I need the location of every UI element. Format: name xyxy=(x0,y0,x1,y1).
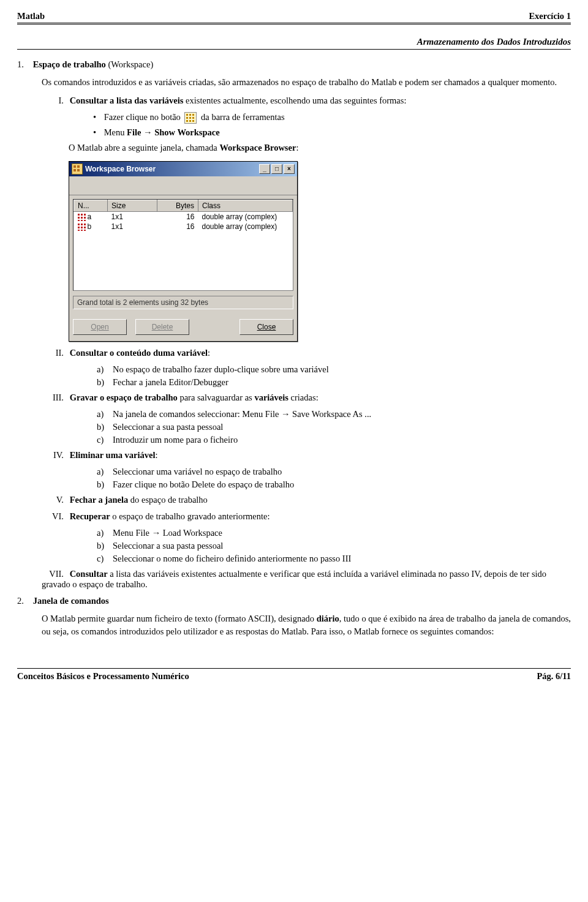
window-close-button[interactable]: × xyxy=(284,164,295,174)
workspace-app-icon xyxy=(72,163,83,175)
close-button[interactable]: Close xyxy=(239,319,293,335)
header-left: Matlab xyxy=(17,11,45,21)
item-III-b: b)Seleccionar a sua pasta pessoal xyxy=(97,422,571,432)
workspace-status: Grand total is 2 elements using 32 bytes xyxy=(73,296,293,309)
item-II-b: b)Fechar a janela Editor/Debugger xyxy=(97,377,571,388)
item-I-b2-arrow: → xyxy=(141,127,154,137)
item-I-b1-pre: Fazer clique no botão xyxy=(104,112,183,122)
item-VI-c: c)Seleccionar o nome do ficheiro definid… xyxy=(97,554,571,564)
item-III-title: Gravar o espaço de trabalho xyxy=(70,393,178,402)
item-IV: IV. Eliminar uma variável: xyxy=(42,450,571,460)
section-2-heading: 2. Janela de comandos xyxy=(17,596,571,606)
item-V: V. Fechar a janela do espaço de trabalho xyxy=(42,495,571,505)
header-right: Exercício 1 xyxy=(529,11,571,21)
section-1-heading: 1. Espaço de trabalho (Workspace) xyxy=(17,59,571,70)
workspace-toolbar xyxy=(69,176,297,195)
footer-right: Pág. 6/11 xyxy=(537,671,571,682)
item-III-num: III. xyxy=(42,393,64,403)
item-I-rest: existentes actualmente, escolhendo uma d… xyxy=(183,96,406,105)
page-header: Matlab Exercício 1 xyxy=(17,11,571,23)
subtitle-rule xyxy=(17,49,571,50)
open-button[interactable]: Open xyxy=(73,319,127,335)
item-I: I. Consultar a lista das variáveis exist… xyxy=(42,96,571,106)
variable-icon xyxy=(78,224,86,231)
workspace-toolbar-icon xyxy=(184,112,197,124)
section-2-para: O Matlab permite guardar num ficheiro de… xyxy=(42,612,571,639)
item-III-a: a)Na janela de comandos seleccionar: Men… xyxy=(97,409,571,419)
cell-class: double array (complex) xyxy=(198,211,293,222)
item-VII-title: Consultar xyxy=(70,569,108,579)
variable-icon xyxy=(78,214,86,221)
item-I-title: Consultar a lista das variáveis xyxy=(70,96,184,105)
item-VI-a: a)Menu File → Load Workspace xyxy=(97,528,571,538)
workspace-table[interactable]: N... Size Bytes Class a 1x1 16 double ar… xyxy=(73,199,293,291)
page-subtitle: Armazenamento dos Dados Introduzidos xyxy=(17,37,571,47)
cell-bytes: 16 xyxy=(157,222,198,231)
item-I-after-pre: O Matlab abre a seguinte janela, chamada xyxy=(69,143,219,152)
cell-bytes: 16 xyxy=(157,211,198,222)
section-2-num: 2. xyxy=(17,596,31,606)
col-bytes[interactable]: Bytes xyxy=(157,200,198,211)
item-IV-b: b)Fazer clique no botão Delete do espaço… xyxy=(97,479,571,490)
footer-left: Conceitos Básicos e Processamento Numéri… xyxy=(17,671,189,682)
section-2-title: Janela de comandos xyxy=(33,596,109,606)
page-footer: Conceitos Básicos e Processamento Numéri… xyxy=(17,671,571,682)
cell-size: 1x1 xyxy=(108,222,157,231)
section-1-num: 1. xyxy=(17,59,31,70)
item-I-b1-post: da barra de ferramentas xyxy=(201,112,284,122)
item-VI-title: Recuperar xyxy=(70,511,110,521)
col-name[interactable]: N... xyxy=(74,200,108,211)
item-I-b2-pre: Menu xyxy=(104,127,127,137)
item-II: II. Consultar o conteúdo duma variável: xyxy=(42,348,571,358)
item-I-after-post: : xyxy=(296,143,298,152)
item-IV-a: a)Seleccionar uma variável no espaço de … xyxy=(97,467,571,477)
item-VI: VI. Recuperar o espaço de trabalho grava… xyxy=(42,511,571,522)
cell-name: a xyxy=(88,212,92,221)
item-I-after: O Matlab abre a seguinte janela, chamada… xyxy=(69,141,571,155)
table-header-row: N... Size Bytes Class xyxy=(74,200,293,211)
item-I-b2-show: Show Workspace xyxy=(154,127,220,137)
item-VI-num: VI. xyxy=(42,511,64,522)
cell-class: double array (complex) xyxy=(198,222,293,231)
item-II-title: Consultar o conteúdo duma variável xyxy=(70,348,208,358)
header-rule xyxy=(17,23,571,24)
item-II-num: II. xyxy=(42,348,64,358)
item-III: III. Gravar o espaço de trabalho para sa… xyxy=(42,393,571,403)
cell-size: 1x1 xyxy=(108,211,157,222)
table-row[interactable]: b 1x1 16 double array (complex) xyxy=(74,222,293,231)
item-I-bullet-1: • Fazer clique no botão da barra de ferr… xyxy=(93,112,571,124)
item-VII: VII. Consultar a lista das variáveis exi… xyxy=(42,569,571,590)
window-maximize-button[interactable]: □ xyxy=(271,164,282,174)
item-V-num: V. xyxy=(42,495,64,505)
bullet-icon: • xyxy=(93,112,102,122)
footer-rule xyxy=(17,668,571,669)
col-size[interactable]: Size xyxy=(108,200,157,211)
item-I-num: I. xyxy=(42,96,64,106)
cell-name: b xyxy=(88,222,92,231)
table-row[interactable]: a 1x1 16 double array (complex) xyxy=(74,211,293,222)
item-II-a: a)No espaço de trabalho fazer duplo-cliq… xyxy=(97,364,571,375)
workspace-browser-window: Workspace Browser _ □ × N... Size Bytes … xyxy=(69,161,298,342)
col-class[interactable]: Class xyxy=(198,200,293,211)
workspace-title-text: Workspace Browser xyxy=(85,165,259,173)
workspace-browser-titlebar: Workspace Browser _ □ × xyxy=(69,162,297,176)
item-VI-b: b)Seleccionar a sua pasta pessoal xyxy=(97,541,571,551)
section-1-para: Os comandos introduzidos e as variáveis … xyxy=(42,76,571,89)
item-III-c: c)Introduzir um nome para o ficheiro xyxy=(97,435,571,445)
item-IV-num: IV. xyxy=(42,450,64,460)
item-IV-title: Eliminar uma variável xyxy=(70,450,156,460)
item-V-title: Fechar a janela xyxy=(70,495,129,505)
section-1-title-rest: (Workspace) xyxy=(106,59,153,69)
item-II-post: : xyxy=(208,348,210,358)
delete-button[interactable]: Delete xyxy=(135,319,189,335)
item-I-after-strong: Workspace Browser xyxy=(219,143,296,152)
item-I-b2-file: File xyxy=(127,127,141,137)
item-I-bullet-2: • Menu File → Show Workspace xyxy=(93,127,571,138)
item-VII-num: VII. xyxy=(42,569,64,579)
bullet-icon: • xyxy=(93,127,102,138)
section-1-title: Espaço de trabalho xyxy=(33,59,106,69)
window-minimize-button[interactable]: _ xyxy=(259,164,270,174)
